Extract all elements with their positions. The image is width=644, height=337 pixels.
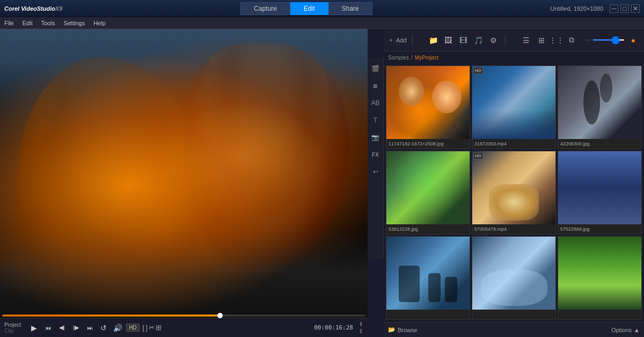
add-media-button[interactable]: ＋ Add bbox=[388, 36, 407, 44]
media-item-6[interactable]: 57522868.jpg bbox=[558, 151, 642, 235]
zoom-slider[interactable] bbox=[592, 39, 625, 41]
thumb-image-7 bbox=[386, 237, 470, 310]
project-name: Untitled, 1920×1080 bbox=[550, 5, 603, 12]
bracket-controls: [ ] ✂ ⊞ bbox=[143, 324, 162, 332]
clip-cut-button[interactable]: ✂ bbox=[149, 324, 155, 332]
separator bbox=[412, 35, 413, 46]
zoom-icon: ● bbox=[627, 34, 640, 47]
loop-button[interactable]: ↺ bbox=[98, 323, 109, 333]
menu-settings[interactable]: Settings bbox=[63, 20, 85, 26]
volume-button[interactable]: 🔊 bbox=[112, 323, 123, 333]
separator2 bbox=[505, 35, 506, 46]
audio-icon-btn[interactable]: 🎵 bbox=[472, 34, 485, 47]
media-tool-video[interactable]: 🎬 bbox=[369, 62, 382, 75]
media-tool-instant-projects[interactable]: ▦ bbox=[369, 79, 382, 92]
prev-frame-button[interactable]: ⏮ bbox=[42, 324, 53, 332]
main-area: Project Clip ▶ ⏮ ◀| |▶ ⏭ ↺ 🔊 HD [ ] ✂ ⊞ … bbox=[0, 29, 644, 337]
media-tool-transitions[interactable]: AB bbox=[369, 97, 382, 109]
close-button[interactable]: ✕ bbox=[631, 4, 640, 13]
thumb-image-8 bbox=[472, 237, 555, 310]
nav-tabs: Capture Edit Share bbox=[240, 2, 372, 15]
play-button[interactable]: ▶ bbox=[28, 323, 39, 333]
progress-fill bbox=[2, 314, 220, 317]
tab-share[interactable]: Share bbox=[328, 2, 372, 15]
options-button[interactable]: Options ▲ bbox=[611, 327, 640, 333]
slider-icon: ─○ bbox=[583, 37, 590, 43]
media-item-3[interactable]: 42296300.jpg bbox=[558, 65, 642, 149]
thumb-label-7 bbox=[386, 310, 470, 319]
settings-icon-btn[interactable]: ⚙ bbox=[487, 34, 500, 47]
thumb-label-6: 57522868.jpg bbox=[558, 224, 641, 234]
expand-button[interactable]: ⊞ bbox=[156, 324, 162, 332]
thumb-image-3 bbox=[558, 66, 641, 139]
preview-panel: Project Clip ▶ ⏮ ◀| |▶ ⏭ ↺ 🔊 HD [ ] ✂ ⊞ … bbox=[0, 29, 368, 337]
thumb-image-6 bbox=[558, 151, 641, 224]
video-badge-2: HD bbox=[473, 67, 483, 74]
thumb-image-2: HD bbox=[472, 66, 555, 139]
corel-brand: Corel VideoStudioX9 bbox=[4, 5, 62, 12]
filter-btn[interactable]: ⧉ bbox=[565, 34, 578, 47]
thumb-image-4 bbox=[386, 151, 470, 224]
video-preview bbox=[0, 29, 368, 313]
menu-bar: File Edit Tools Settings Help bbox=[0, 17, 644, 29]
thumb-label-2: 31872093.mp4 bbox=[472, 139, 555, 149]
grid-view-btn[interactable]: ⊞ bbox=[535, 34, 548, 47]
sort-btn[interactable]: ⋮⋮ bbox=[550, 34, 563, 47]
project-path[interactable]: MyProject bbox=[415, 55, 438, 61]
browse-icon: 📂 bbox=[388, 326, 396, 333]
maximize-button[interactable]: □ bbox=[620, 4, 629, 13]
menu-edit[interactable]: Edit bbox=[23, 20, 33, 26]
browse-button[interactable]: 📂 Browse bbox=[388, 326, 418, 333]
thumb-image-9 bbox=[558, 237, 641, 310]
thumb-label-9 bbox=[558, 310, 641, 319]
clip-label: Clip bbox=[4, 328, 21, 334]
media-item-9[interactable] bbox=[558, 236, 642, 320]
thumb-label-5: 57005479.mp4 bbox=[472, 224, 555, 234]
minimize-button[interactable]: ─ bbox=[610, 4, 618, 13]
next-frame-button[interactable]: ⏭ bbox=[84, 324, 95, 332]
tab-capture[interactable]: Capture bbox=[240, 2, 290, 15]
menu-help[interactable]: Help bbox=[93, 20, 106, 26]
browse-bar: 📂 Browse Options ▲ bbox=[384, 322, 644, 337]
out-point-button[interactable]: ] bbox=[145, 324, 148, 332]
photo-icon-btn[interactable]: 🖼 bbox=[442, 34, 455, 47]
media-item-5[interactable]: HD 57005479.mp4 bbox=[472, 151, 556, 235]
app-logo: Corel VideoStudioX9 bbox=[4, 5, 62, 12]
media-tool-graphics[interactable]: 📷 bbox=[369, 131, 382, 144]
progress-bar[interactable] bbox=[2, 314, 365, 317]
media-item-4[interactable]: 53813228.jpg bbox=[386, 151, 470, 235]
media-tool-audio[interactable]: ↩ bbox=[369, 165, 382, 178]
step-back-button[interactable]: ◀| bbox=[56, 323, 67, 332]
media-item-1[interactable]: 11747182-1672×2508.jpg bbox=[386, 65, 470, 149]
project-label: Project bbox=[4, 322, 21, 328]
list-view-btn[interactable]: ☰ bbox=[520, 34, 533, 47]
window-controls: ─ □ ✕ bbox=[610, 4, 640, 13]
folder-icon-btn[interactable]: 📁 bbox=[427, 34, 440, 47]
samples-label: Samples bbox=[388, 55, 409, 61]
view-toolbar-icons: ☰ ⊞ ⋮⋮ ⧉ bbox=[520, 34, 578, 47]
scrubber-handle[interactable] bbox=[217, 313, 223, 318]
timecode-spinner[interactable]: ⬆⬇ bbox=[358, 321, 363, 335]
thumb-image-5: HD bbox=[472, 151, 555, 224]
media-tool-fx[interactable]: FX bbox=[369, 148, 382, 161]
in-point-button[interactable]: [ bbox=[143, 324, 145, 332]
media-item-7[interactable] bbox=[386, 236, 470, 320]
step-forward-button[interactable]: |▶ bbox=[70, 323, 81, 332]
thumb-image-1 bbox=[386, 66, 470, 139]
thumb-label-4: 53813228.jpg bbox=[386, 224, 470, 234]
tab-edit[interactable]: Edit bbox=[290, 2, 328, 15]
menu-tools[interactable]: Tools bbox=[41, 20, 55, 26]
media-header: ＋ Add 📁 🖼 🎞 🎵 ⚙ ☰ ⊞ ⋮⋮ ⧉ ─○ ● bbox=[384, 29, 644, 52]
timecode-display: 00:00:16:28 bbox=[314, 324, 353, 331]
hd-badge: HD bbox=[126, 324, 139, 332]
video-icon-btn[interactable]: 🎞 bbox=[457, 34, 470, 47]
media-item-8[interactable] bbox=[472, 236, 556, 320]
media-item-2[interactable]: HD 31872093.mp4 bbox=[472, 65, 556, 149]
chevron-icon: ▲ bbox=[634, 327, 640, 333]
playback-controls: Project Clip ▶ ⏮ ◀| |▶ ⏭ ↺ 🔊 HD [ ] ✂ ⊞ … bbox=[0, 318, 368, 337]
scrubber-area[interactable] bbox=[0, 313, 368, 318]
media-tool-titles[interactable]: T bbox=[369, 114, 382, 127]
menu-file[interactable]: File bbox=[4, 20, 14, 26]
thumb-label-3: 42296300.jpg bbox=[558, 139, 641, 149]
thumb-label-1: 11747182-1672×2508.jpg bbox=[386, 139, 470, 149]
